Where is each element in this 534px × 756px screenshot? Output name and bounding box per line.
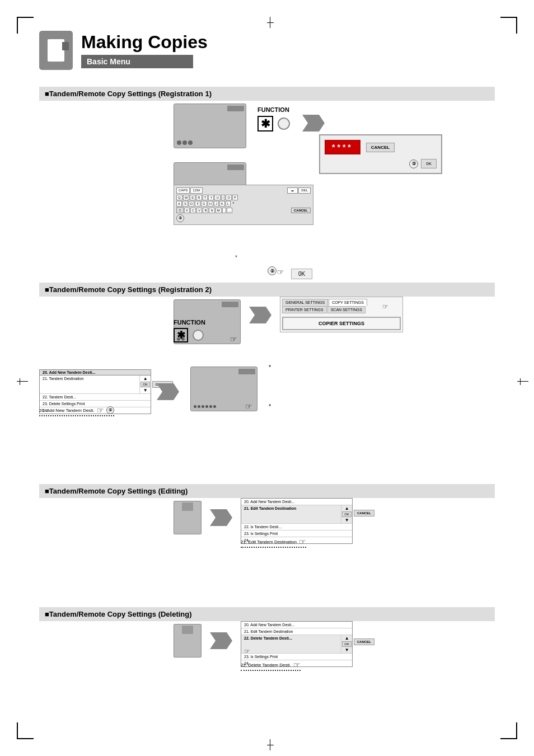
function-text-1: FUNCTION bbox=[257, 106, 290, 113]
cancel-button-1[interactable]: CANCEL bbox=[366, 143, 395, 152]
tab-scan[interactable]: SCAN SETTINGS bbox=[327, 306, 366, 313]
kb-caps[interactable]: CAPS bbox=[176, 187, 190, 194]
tab-general[interactable]: GENERAL SETTINGS bbox=[282, 299, 328, 306]
password-panel: **** CANCEL ② 0K bbox=[319, 134, 442, 174]
page-title: Making Copies bbox=[81, 32, 495, 52]
edit-item-23: 23. lx Settings Print bbox=[241, 530, 352, 537]
hand-cursor-edit: ☞ bbox=[299, 537, 306, 546]
del-item-22[interactable]: 22. Delete Tandem Desti... bbox=[241, 635, 341, 653]
menu-list-header: 20. Add New Tandem Desti... bbox=[40, 370, 151, 375]
selected-label-reg2: 20. Add New Tandem Desti. ☞ ① bbox=[39, 406, 114, 416]
edit-ok-btn[interactable]: OK bbox=[342, 511, 352, 517]
del-up-arrow[interactable]: ▲ bbox=[342, 636, 352, 641]
header-text: Making Copies Basic Menu bbox=[81, 32, 495, 68]
asterisk-2b: * bbox=[269, 403, 271, 410]
big-arrow-2 bbox=[249, 307, 271, 326]
big-arrow-del bbox=[210, 632, 232, 651]
section4-header: ■ Tandem/Remote Copy Settings (Deleting) bbox=[39, 607, 495, 621]
badge-ok-2: ② bbox=[268, 266, 277, 275]
kb-123[interactable]: 123# bbox=[190, 187, 202, 194]
corner-tl bbox=[17, 17, 34, 34]
kb-cancel[interactable]: CANCEL bbox=[291, 208, 311, 213]
hand-scan: ☞ bbox=[382, 303, 388, 311]
device-reg1-1 bbox=[174, 104, 246, 148]
del-down-arrow[interactable]: ▼ bbox=[342, 647, 352, 652]
kb-bs[interactable]: ⬅ bbox=[287, 187, 298, 194]
cancel-btn-del[interactable]: CANCEL bbox=[354, 638, 374, 645]
header-icon-box bbox=[39, 31, 73, 70]
big-arrow-edit bbox=[210, 509, 232, 528]
section2-title: Tandem/Remote Copy Settings (Registratio… bbox=[49, 285, 212, 294]
del-item-23: 23. lx Settings Print bbox=[241, 654, 352, 660]
function-label-1: FUNCTION ✱ bbox=[257, 106, 290, 132]
tab-printer[interactable]: PRINTER SETTINGS bbox=[282, 306, 327, 313]
device-buttons-1 bbox=[177, 140, 243, 145]
tab-copy[interactable]: COPY SETTINGS bbox=[329, 299, 367, 306]
kb-q[interactable]: Q bbox=[176, 195, 182, 200]
corner-tr bbox=[500, 17, 517, 34]
function-key-2[interactable]: ✱ bbox=[174, 328, 188, 342]
section1-header: ■ Tandem/Remote Copy Settings (Registrat… bbox=[39, 87, 495, 101]
device-edit-1 bbox=[174, 501, 202, 534]
circle-btn-2[interactable] bbox=[193, 330, 204, 341]
edit-item-22: 22. lx Tandem Desti... bbox=[241, 524, 352, 530]
big-arrow-1 bbox=[302, 115, 325, 134]
del-ok-btn[interactable]: OK bbox=[342, 641, 352, 647]
header: Making Copies Basic Menu bbox=[39, 31, 495, 70]
subtitle-bar: Basic Menu bbox=[81, 55, 193, 68]
function-label-2: FUNCTION ✱ bbox=[174, 319, 205, 342]
del-item-21: 21. Edit Tandem Destination bbox=[241, 628, 352, 635]
menu-item-21[interactable]: 21. Tandem Destination bbox=[40, 375, 139, 393]
section4-title: Tandem/Remote Copy Settings (Deleting) bbox=[49, 610, 192, 618]
menu-item-22[interactable]: 22. Tandem Desti... bbox=[40, 394, 151, 401]
del-item-20: 20. Add New Tandem Desti... bbox=[241, 622, 352, 628]
selected-label-text-del: 22. Delete Tandem Desti. bbox=[241, 663, 291, 668]
up-arrow-btn[interactable]: ▲ bbox=[140, 376, 150, 381]
device-reg2-2: ☞ bbox=[190, 367, 257, 411]
section2-header: ■ Tandem/Remote Copy Settings (Registrat… bbox=[39, 283, 495, 297]
circle-btn-1[interactable] bbox=[278, 118, 290, 130]
corner-br bbox=[500, 722, 517, 739]
edit-item-21[interactable]: 21. Edit Tandem Destination bbox=[241, 505, 341, 523]
section1-title: Tandem/Remote Copy Settings (Registratio… bbox=[49, 90, 212, 98]
keyboard-panel: CAPS 123# ⬅ DEL Q W E R T Y U I O P A S … bbox=[174, 185, 313, 225]
section3-title: Tandem/Remote Copy Settings (Editing) bbox=[49, 487, 188, 495]
asterisk-2a: * bbox=[269, 364, 271, 370]
hand-cursor-reg2: ☞ bbox=[97, 406, 104, 415]
hand-2: ☞ bbox=[230, 335, 237, 344]
copier-settings-panel: GENERAL SETTINGS COPY SETTINGS PRINTER S… bbox=[280, 297, 403, 332]
function-text-2: FUNCTION bbox=[174, 319, 205, 326]
badge-kb-1: ① bbox=[176, 214, 184, 222]
password-stars: **** bbox=[325, 140, 360, 154]
header-icon bbox=[48, 39, 64, 62]
selected-label-edit: 21. Edit Tandem Destination ☞ bbox=[241, 537, 306, 548]
selected-label-text-edit: 21. Edit Tandem Destination bbox=[241, 539, 297, 544]
edit-up-arrow[interactable]: ▲ bbox=[342, 506, 352, 511]
hand-del: ☞ bbox=[244, 647, 250, 655]
kb-del[interactable]: DEL bbox=[298, 187, 311, 194]
cancel-btn-edit[interactable]: CANCEL bbox=[354, 510, 374, 516]
ok-btn-menu[interactable]: OK bbox=[140, 382, 150, 387]
hand-cursor-1: ☞ bbox=[277, 267, 284, 276]
badge-reg2-1: ① bbox=[106, 406, 114, 414]
selected-label-del: 22. Delete Tandem Desti. ☞ bbox=[241, 660, 301, 671]
hand-3: ☞ bbox=[245, 402, 252, 411]
big-arrow-3 bbox=[157, 383, 179, 402]
device-screen-1 bbox=[227, 106, 244, 111]
edit-item-20: 20. Add New Tandem Desti... bbox=[241, 499, 352, 505]
ok-button-1[interactable]: 0K bbox=[421, 159, 437, 168]
asterisk-1: * bbox=[235, 255, 237, 261]
corner-bl bbox=[17, 722, 34, 739]
copier-settings-btn[interactable]: COPIER SETTINGS bbox=[282, 317, 401, 330]
page-content: Making Copies Basic Menu ■ Tandem/Remote… bbox=[0, 0, 534, 756]
edit-down-arrow[interactable]: ▼ bbox=[342, 518, 352, 523]
section3-header: ■ Tandem/Remote Copy Settings (Editing) bbox=[39, 484, 495, 498]
selected-label-text-reg2: 20. Add New Tandem Desti. bbox=[39, 408, 95, 413]
function-key-1[interactable]: ✱ bbox=[257, 116, 273, 132]
down-arrow-btn[interactable]: ▼ bbox=[140, 388, 150, 393]
num-badge-2: ② bbox=[409, 159, 418, 168]
hand-cursor-del: ☞ bbox=[293, 660, 301, 669]
ok-button-kb[interactable]: 0K bbox=[291, 269, 312, 279]
device-del-1 bbox=[174, 624, 202, 658]
